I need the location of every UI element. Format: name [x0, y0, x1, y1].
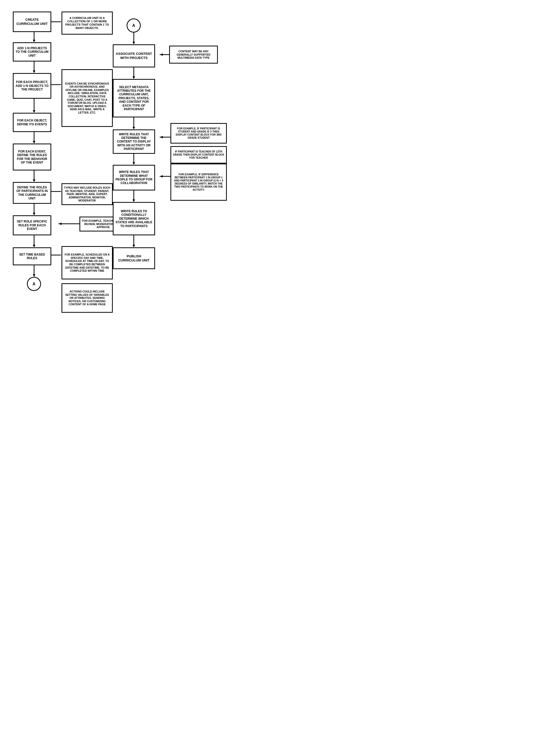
set-time-rules-box: SET TIME BASED RULES: [13, 248, 51, 265]
display-example1-box: FOR EXAMPLE, IF PARTICIPANT IS STUDENT A…: [170, 123, 227, 144]
for-each-project-box: FOR EACH PROJECT, ADD 1-n OBJECTS TO THE…: [13, 73, 51, 99]
svg-marker-11: [33, 213, 35, 215]
svg-marker-13: [33, 245, 35, 248]
svg-marker-23: [132, 127, 135, 129]
select-metadata-box: SELECT METADATA ATTRIBUTES FOR THE CURRI…: [113, 79, 155, 117]
time-rules-note-box: FOR EXAMPLE, SCHEDULED ON A SPECIFIC DAY…: [62, 246, 113, 279]
svg-marker-29: [132, 245, 135, 248]
svg-marker-21: [132, 77, 135, 79]
actions-note-box: ACTIONS COULD INCLUDE SETTING VALUES OF …: [62, 283, 113, 313]
define-rules-box: FOR EACH EVENT, DEFINE THE RULES FOR THE…: [13, 144, 51, 170]
svg-marker-38: [160, 175, 163, 178]
write-rules-group-box: WRITE RULES THAT DETERMINE WHAT PEOPLE T…: [113, 165, 155, 190]
curriculum-note-box: A CURRICULUM UNIT IS A COLLECTION OF 1 O…: [62, 12, 113, 35]
content-note-box: CONTENT MAY BE ANY GENERALLY SUPPORTED M…: [169, 46, 218, 64]
roles-note-box: TYPES MAY INCLUDE ROLES SUCH AS TEACHER,…: [62, 183, 113, 205]
define-events-box: FOR EACH OBJECT, DEFINE ITS EVENTS: [13, 113, 51, 132]
svg-marker-5: [33, 110, 35, 113]
svg-marker-27: [132, 199, 135, 202]
write-rules-display-box: WRITE RULES THAT DETERMINE THE CONTENT T…: [113, 129, 155, 154]
connector-a-right: A: [127, 19, 141, 33]
svg-marker-3: [33, 70, 35, 73]
svg-marker-1: [33, 40, 35, 42]
events-note-box: EVENTS CAN BE SYNCHRONOUS OR ASYNCHRONOU…: [62, 69, 113, 127]
svg-marker-19: [132, 42, 135, 44]
svg-marker-17: [59, 222, 62, 225]
create-curriculum-box: CREATE CURRICULUM UNIT: [13, 12, 51, 32]
group-example-box: FOR EXAMPLE, IF (DIFFERENCE BETWEEN PART…: [170, 164, 227, 201]
display-example2-box: IF PARTICIPANT IS TEACHER OF 12TH GRADE …: [170, 146, 227, 164]
svg-marker-9: [33, 179, 35, 182]
add-projects-box: ADD 1-n PROJECTS TO THE CURRICULUM UNIT: [13, 42, 51, 62]
flowchart: CREATE CURRICULUM UNIT A CURRICULUM UNIT…: [5, 5, 238, 320]
publish-box: PUBLISH CURRICULUM UNIT: [113, 248, 155, 269]
associate-content-box: ASSOCIATE CONTENT WITH PROJECTS: [113, 44, 155, 67]
define-roles-box: DEFINE THE ROLES OF PARTICIPANTS IN THE …: [13, 182, 51, 204]
svg-marker-31: [160, 53, 163, 56]
set-role-rules-box: SET ROLE SPECIFIC RULES FOR EACH EVENT: [13, 215, 51, 235]
svg-marker-36: [160, 136, 163, 138]
write-rules-states-box: WRITE RULES TO CONDITIONALLY DETERMINE W…: [113, 202, 155, 235]
svg-marker-15: [33, 274, 35, 277]
connector-a-left: A: [27, 277, 41, 291]
svg-marker-7: [33, 141, 35, 144]
svg-marker-25: [132, 162, 135, 165]
